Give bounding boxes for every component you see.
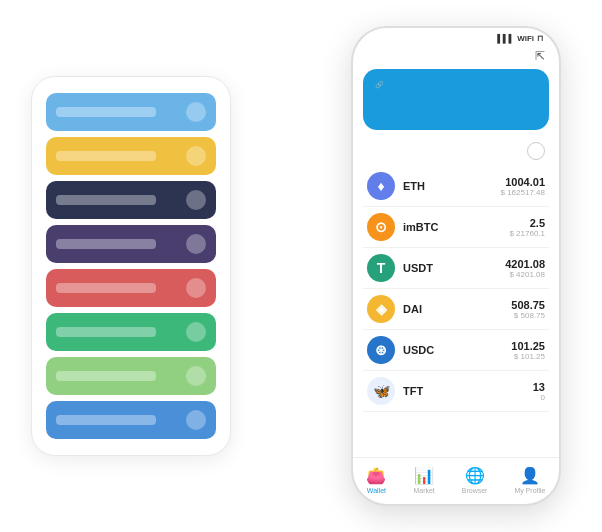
card-stack (31, 76, 231, 456)
card-item-0[interactable] (46, 93, 216, 131)
dai-icon: ◈ (367, 295, 395, 323)
nav-icon-browser: 🌐 (465, 466, 485, 485)
token-usd: 0 (533, 393, 545, 402)
nav-item-market[interactable]: 📊Market (413, 466, 434, 494)
card-item-7[interactable] (46, 401, 216, 439)
nav-item-wallet[interactable]: 👛Wallet (366, 466, 386, 494)
wifi-icon: WiFi (517, 34, 534, 43)
add-token-button[interactable] (527, 142, 545, 160)
token-item-eth[interactable]: ♦ETH1004.01$ 162517.48 (363, 166, 549, 207)
wallet-balance (375, 97, 537, 120)
nav-icon-my-profile: 👤 (520, 466, 540, 485)
card-item-2[interactable] (46, 181, 216, 219)
scene: ▌▌▌ WiFi ⊓ ⇱ 🔗 (21, 16, 581, 516)
nav-label-my-profile: My Profile (514, 487, 545, 494)
token-item-usdc[interactable]: ⊛USDC101.25$ 101.25 (363, 330, 549, 371)
eth-icon: ♦ (367, 172, 395, 200)
token-usd: $ 4201.08 (505, 270, 545, 279)
battery-icon: ⊓ (537, 34, 543, 43)
token-item-usdt[interactable]: TUSDT4201.08$ 4201.08 (363, 248, 549, 289)
card-item-3[interactable] (46, 225, 216, 263)
token-amount: 508.75 (511, 299, 545, 311)
card-item-1[interactable] (46, 137, 216, 175)
token-name-usdt: USDT (403, 262, 505, 274)
card-item-5[interactable] (46, 313, 216, 351)
wallet-card[interactable]: 🔗 (363, 69, 549, 130)
token-amount: 1004.01 (501, 176, 546, 188)
status-icons: ▌▌▌ WiFi ⊓ (497, 34, 543, 43)
token-name-eth: ETH (403, 180, 501, 192)
token-amounts-dai: 508.75$ 508.75 (511, 299, 545, 320)
token-item-tft[interactable]: 🦋TFT130 (363, 371, 549, 412)
phone-header: ⇱ (353, 45, 559, 69)
status-bar: ▌▌▌ WiFi ⊓ (353, 28, 559, 45)
nav-label-browser: Browser (462, 487, 488, 494)
tft-icon: 🦋 (367, 377, 395, 405)
nav-icon-wallet: 👛 (366, 466, 386, 485)
nav-label-market: Market (413, 487, 434, 494)
token-item-dai[interactable]: ◈DAI508.75$ 508.75 (363, 289, 549, 330)
bottom-nav: 👛Wallet📊Market🌐Browser👤My Profile (353, 457, 559, 504)
token-name-usdc: USDC (403, 344, 511, 356)
usdc-icon: ⊛ (367, 336, 395, 364)
nav-label-wallet: Wallet (367, 487, 386, 494)
token-item-imbtc[interactable]: ⊙imBTC2.5$ 21760.1 (363, 207, 549, 248)
token-usd: $ 508.75 (511, 311, 545, 320)
token-name-imbtc: imBTC (403, 221, 509, 233)
token-amounts-imbtc: 2.5$ 21760.1 (509, 217, 545, 238)
wallet-address: 🔗 (375, 81, 537, 89)
token-amount: 13 (533, 381, 545, 393)
card-item-6[interactable] (46, 357, 216, 395)
signal-icon: ▌▌▌ (497, 34, 514, 43)
token-usd: $ 162517.48 (501, 188, 546, 197)
token-amounts-eth: 1004.01$ 162517.48 (501, 176, 546, 197)
token-amounts-tft: 130 (533, 381, 545, 402)
nav-icon-market: 📊 (414, 466, 434, 485)
token-name-tft: TFT (403, 385, 533, 397)
phone-mockup: ▌▌▌ WiFi ⊓ ⇱ 🔗 (351, 26, 561, 506)
token-usd: $ 101.25 (511, 352, 545, 361)
card-item-4[interactable] (46, 269, 216, 307)
expand-icon[interactable]: ⇱ (535, 49, 545, 63)
assets-header (353, 138, 559, 166)
token-list: ♦ETH1004.01$ 162517.48⊙imBTC2.5$ 21760.1… (353, 166, 559, 457)
token-name-dai: DAI (403, 303, 511, 315)
imbtc-icon: ⊙ (367, 213, 395, 241)
nav-item-my-profile[interactable]: 👤My Profile (514, 466, 545, 494)
usdt-icon: T (367, 254, 395, 282)
token-amounts-usdc: 101.25$ 101.25 (511, 340, 545, 361)
nav-item-browser[interactable]: 🌐Browser (462, 466, 488, 494)
token-usd: $ 21760.1 (509, 229, 545, 238)
token-amount: 4201.08 (505, 258, 545, 270)
token-amount: 2.5 (509, 217, 545, 229)
token-amounts-usdt: 4201.08$ 4201.08 (505, 258, 545, 279)
token-amount: 101.25 (511, 340, 545, 352)
